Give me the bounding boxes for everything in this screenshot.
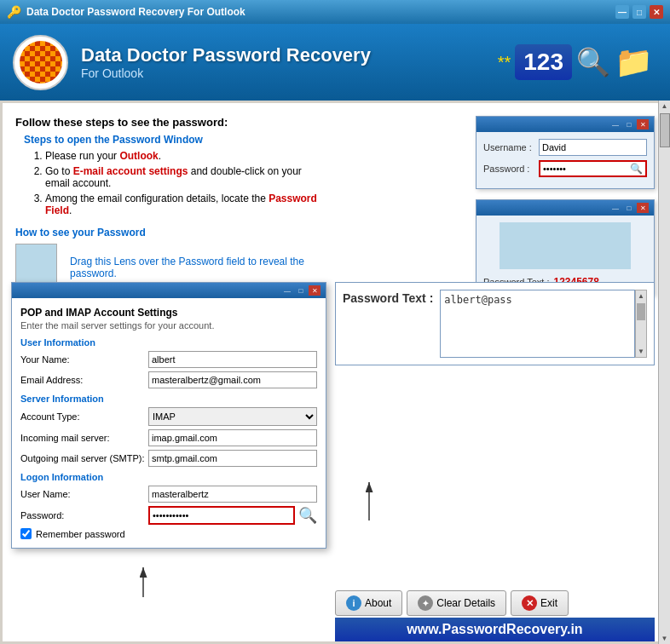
exit-button[interactable]: ✕ Exit: [511, 590, 569, 616]
app-scroll-up[interactable]: ▲: [661, 101, 668, 112]
exit-icon: ✕: [522, 595, 537, 611]
maximize-button[interactable]: □: [632, 5, 646, 19]
user-info-header: User Information: [20, 337, 317, 348]
pop-dialog-controls: — □ ✕: [281, 285, 321, 296]
incoming-label: Incoming mail server:: [20, 433, 148, 443]
mock-dialog2-max[interactable]: □: [623, 203, 635, 213]
mock-dialog2-title: — □ ✕: [477, 200, 654, 216]
email-label: Email Address:: [20, 375, 148, 385]
step1-item3: Among the email configuration details, l…: [45, 193, 322, 216]
password-scrollbar[interactable]: ▲ ▼: [635, 290, 647, 358]
right-panel: — □ ✕ Username : Password : ••••••• 🔍: [476, 116, 655, 296]
logon-header: Logon Information: [20, 472, 317, 482]
step1-title: Steps to open the Password Window: [24, 134, 322, 146]
mock-dialog2-close[interactable]: ✕: [637, 203, 649, 213]
mock-dialog1-body: Username : Password : ••••••• 🔍: [477, 132, 654, 188]
mock-dialog1-title: — □ ✕: [477, 117, 654, 132]
logon-password-wrap: 🔍: [148, 506, 317, 525]
password-text-area[interactable]: albert@pass: [440, 290, 635, 358]
pop-close-btn[interactable]: ✕: [309, 285, 321, 296]
logon-username-label: User Name:: [20, 489, 148, 499]
app-logo: [13, 35, 68, 90]
pop-max-btn[interactable]: □: [295, 285, 307, 296]
mock-dialog1-max[interactable]: □: [623, 119, 635, 129]
logon-username-input[interactable]: [148, 486, 317, 503]
title-bar: 🔑 Data Doctor Password Recovery For Outl…: [0, 0, 670, 24]
info-icon: i: [346, 595, 361, 611]
app-name-line2: For Outlook: [81, 66, 371, 80]
outgoing-input[interactable]: [148, 450, 317, 467]
header-decoration: ** 123 🔍 📁: [498, 44, 653, 80]
incoming-input[interactable]: [148, 429, 317, 446]
remember-row: Remember password: [20, 528, 317, 539]
password-field: ••••••• 🔍: [539, 160, 647, 177]
mock-dialog1-close[interactable]: ✕: [637, 119, 649, 129]
drag-instruction: Drag this Lens over the Password field t…: [70, 256, 322, 279]
username-label: Username :: [483, 142, 539, 152]
pop-magnify-icon: 🔍: [298, 506, 317, 525]
password-row: Password : ••••••• 🔍: [483, 160, 647, 177]
your-name-input[interactable]: [148, 351, 317, 368]
minimize-button[interactable]: —: [615, 5, 629, 19]
scroll-up-arrow[interactable]: ▲: [638, 290, 644, 302]
watermark-text: www.PasswordRecovery.in: [407, 622, 582, 636]
main-instructions-title: Follow these steps to see the password:: [15, 116, 322, 129]
your-name-row: Your Name:: [20, 351, 317, 368]
logon-password-input[interactable]: [148, 506, 295, 525]
your-name-label: Your Name:: [20, 354, 148, 365]
remember-checkbox[interactable]: [20, 528, 32, 539]
how-to-section: How to see your Password Drag this Lens …: [15, 227, 322, 290]
username-input[interactable]: [539, 139, 647, 156]
logon-username-row: User Name:: [20, 486, 317, 503]
email-row: Email Address:: [20, 371, 317, 388]
watermark: www.PasswordRecovery.in: [335, 618, 655, 641]
account-type-row: Account Type: IMAP POP3: [20, 407, 317, 426]
app-scrollbar-thumb: [660, 113, 670, 147]
mock-dialog1-min[interactable]: —: [609, 119, 621, 129]
remember-label: Remember password: [36, 529, 125, 539]
scroll-down-arrow[interactable]: ▼: [638, 346, 644, 357]
pop-section-sub: Enter the mail server settings for your …: [20, 320, 317, 331]
password-dots: •••••••: [543, 164, 566, 174]
step1-item2: Go to E-mail account settings and double…: [45, 165, 322, 189]
logo-graphic: [20, 41, 62, 83]
password-label: Password :: [483, 164, 539, 174]
scrollbar-thumb: [637, 303, 645, 320]
account-type-label: Account Type:: [20, 411, 148, 422]
main-content: Follow these steps to see the password: …: [3, 103, 667, 641]
mock-dialog2-min[interactable]: —: [609, 203, 621, 213]
app-scrollbar[interactable]: ▲ ▼: [658, 101, 670, 644]
app-scroll-down[interactable]: ▼: [661, 633, 668, 644]
logon-password-row: Password: 🔍: [20, 506, 317, 525]
about-button[interactable]: i About: [335, 590, 402, 616]
username-row: Username :: [483, 139, 647, 156]
number-badge: 123: [515, 44, 572, 80]
password-text-header: Password Text : albert@pass ▲ ▼: [336, 283, 654, 365]
email-input[interactable]: [148, 371, 317, 388]
incoming-row: Incoming mail server:: [20, 429, 317, 446]
window-title: Data Doctor Password Recovery For Outloo…: [26, 6, 245, 18]
pop-section-title: POP and IMAP Account Settings: [20, 307, 317, 319]
pop-imap-dialog: — □ ✕ POP and IMAP Account Settings Ente…: [11, 282, 326, 549]
pop-dialog-body: POP and IMAP Account Settings Enter the …: [12, 298, 326, 548]
header-title: Data Doctor Password Recovery For Outloo…: [81, 44, 371, 80]
window-controls: — □ ✕: [615, 5, 663, 19]
account-type-select[interactable]: IMAP POP3: [148, 407, 317, 426]
app-name-line1: Data Doctor Password Recovery: [81, 44, 371, 66]
server-info-header: Server Information: [20, 394, 317, 404]
clear-label: Clear Details: [436, 597, 495, 609]
password-lens-preview: [500, 222, 631, 269]
outgoing-label: Outgoing mail server (SMTP):: [20, 453, 148, 463]
step2-title: How to see your Password: [15, 227, 322, 239]
app-icon: 🔑: [7, 5, 21, 19]
clear-details-button[interactable]: ✦ Clear Details: [407, 590, 506, 616]
pop-dialog-title: — □ ✕: [12, 283, 326, 298]
close-button[interactable]: ✕: [650, 5, 663, 19]
step1-list: Please run your Outlook. Go to E-mail ac…: [45, 150, 322, 216]
bottom-buttons: i About ✦ Clear Details ✕ Exit: [335, 590, 655, 616]
password-text-panel: Password Text : albert@pass ▲ ▼: [335, 282, 655, 365]
magnifier-decoration: 🔍: [576, 46, 610, 78]
app-header: Data Doctor Password Recovery For Outloo…: [0, 24, 670, 101]
pop-min-btn[interactable]: —: [281, 285, 293, 296]
stars-decoration: **: [498, 53, 511, 72]
